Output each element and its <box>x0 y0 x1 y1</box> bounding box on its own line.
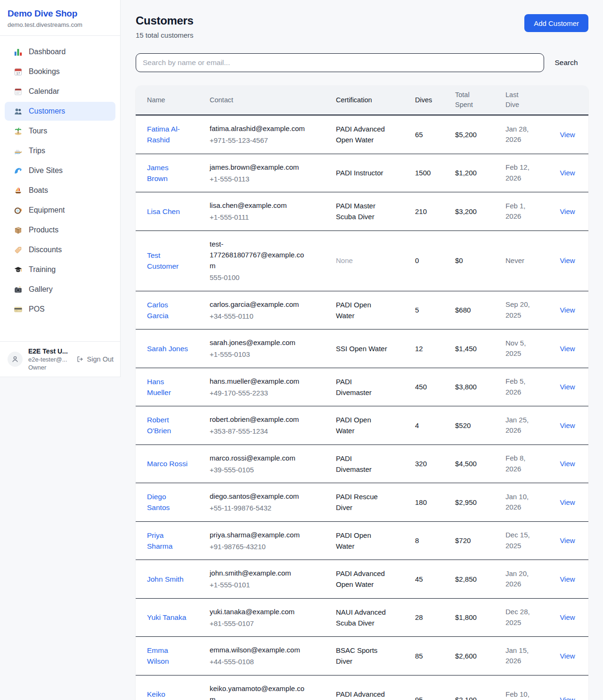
view-link[interactable]: View <box>560 574 575 585</box>
sidebar-item-boats[interactable]: Boats <box>5 181 115 200</box>
speedboat-icon <box>13 146 23 156</box>
sidebar-item-trips[interactable]: Trips <box>5 141 115 160</box>
customer-name-link[interactable]: Yuki Tanaka <box>147 612 186 623</box>
column-header-total-spent: Total Spent <box>449 85 500 115</box>
package-icon <box>13 225 23 235</box>
view-link[interactable]: View <box>560 381 575 392</box>
search-input[interactable] <box>136 53 544 72</box>
customer-name-link[interactable]: Fatima Al-Rashid <box>147 124 190 146</box>
sidebar-item-equipment[interactable]: Equipment <box>5 201 115 220</box>
customer-total-spent: $0 <box>449 231 500 291</box>
customer-email: hans.mueller@example.com <box>210 376 299 387</box>
customer-email: keiko.yamamoto@example.com <box>210 683 310 700</box>
customer-email: john.smith@example.com <box>210 568 291 578</box>
sidebar-item-calendar[interactable]: Calendar <box>5 82 115 101</box>
view-link[interactable]: View <box>560 612 575 623</box>
customer-last-dive: Jan 15, 2026 <box>500 637 550 675</box>
user-info: E2E Test U... e2e-tester@... Owner <box>28 347 73 371</box>
add-customer-button[interactable]: Add Customer <box>524 14 588 32</box>
sidebar-item-label: Customers <box>29 107 65 115</box>
table-row: Test Customer test-1772681807767@example… <box>136 231 588 291</box>
customer-dives: 95 <box>409 675 449 700</box>
customer-dives: 8 <box>409 522 449 560</box>
avatar <box>8 352 23 367</box>
view-link[interactable]: View <box>560 206 575 217</box>
customer-name-link[interactable]: Hans Mueller <box>147 376 190 398</box>
column-header-contact: Contact <box>204 85 330 115</box>
view-link[interactable]: View <box>560 497 575 508</box>
customer-name-link[interactable]: Sarah Jones <box>147 343 188 354</box>
sidebar-item-dive-sites[interactable]: Dive Sites <box>5 161 115 180</box>
bar-chart-icon <box>13 47 23 57</box>
sidebar-item-label: Boats <box>29 186 48 195</box>
sidebar-item-discounts[interactable]: Discounts <box>5 240 115 259</box>
customer-last-dive: Feb 12, 2026 <box>500 154 550 192</box>
customer-certification: PADI Master Scuba Diver <box>330 192 409 231</box>
customer-name-link[interactable]: Diego Santos <box>147 491 190 513</box>
customer-last-dive: Nov 5, 2025 <box>500 329 550 368</box>
table-header-row: Name Contact Certification Dives Total S… <box>136 85 588 115</box>
customer-name-link[interactable]: Robert O'Brien <box>147 414 190 436</box>
sidebar-item-dashboard[interactable]: Dashboard <box>5 42 115 61</box>
customer-name-link[interactable]: Marco Rossi <box>147 458 187 469</box>
customer-name-link[interactable]: Emma Wilson <box>147 645 190 667</box>
view-link[interactable]: View <box>560 694 575 700</box>
sidebar-item-label: Gallery <box>29 285 53 294</box>
customer-dives: 4 <box>409 406 449 445</box>
view-link[interactable]: View <box>560 255 575 266</box>
customer-dives: 65 <box>409 115 449 154</box>
sidebar-item-gallery[interactable]: Gallery <box>5 280 115 299</box>
sidebar-item-bookings[interactable]: 17 Bookings <box>5 62 115 81</box>
customer-certification: PADI Advanced Open Water <box>330 115 409 154</box>
sidebar-item-label: Products <box>29 226 58 234</box>
customer-email: marco.rossi@example.com <box>210 453 295 463</box>
customer-name-link[interactable]: Carlos Garcia <box>147 299 190 321</box>
sign-out-label: Sign Out <box>87 355 114 363</box>
view-link[interactable]: View <box>560 651 575 661</box>
view-link[interactable]: View <box>560 305 575 315</box>
customers-table: Name Contact Certification Dives Total S… <box>136 85 588 700</box>
svg-text:17: 17 <box>16 71 20 75</box>
sidebar-item-products[interactable]: Products <box>5 221 115 239</box>
customer-total-spent: $720 <box>449 522 500 560</box>
customer-name-link[interactable]: John Smith <box>147 574 184 585</box>
search-row: Search <box>136 53 588 72</box>
customer-name-link[interactable]: James Brown <box>147 162 190 184</box>
search-button[interactable]: Search <box>544 58 588 67</box>
table-row: Keiko Yamamoto keiko.yamamoto@example.co… <box>136 675 588 700</box>
table-row: Lisa Chen lisa.chen@example.com +1-555-0… <box>136 192 588 231</box>
user-name: E2E Test U... <box>28 347 73 355</box>
sidebar-item-customers[interactable]: Customers <box>5 102 115 121</box>
customer-certification: PADI Open Water <box>330 406 409 445</box>
view-link[interactable]: View <box>560 343 575 354</box>
customer-name-link[interactable]: Priya Sharma <box>147 530 190 552</box>
page-header: Customers 15 total customers Add Custome… <box>136 14 588 39</box>
customer-certification: PADI Divemaster <box>330 445 409 483</box>
person-icon <box>11 355 19 363</box>
column-header-dives: Dives <box>409 85 449 115</box>
customer-certification: PADI Advanced Open Water <box>330 560 409 598</box>
view-link[interactable]: View <box>560 420 575 431</box>
customer-phone: +39-555-0105 <box>210 464 295 475</box>
customer-total-spent: $1,800 <box>449 599 500 637</box>
customer-email: carlos.garcia@example.com <box>210 299 299 310</box>
customer-last-dive: Dec 28, 2025 <box>500 599 550 637</box>
customer-total-spent: $1,450 <box>449 329 500 368</box>
main-content: Customers 15 total customers Add Custome… <box>121 0 603 700</box>
sidebar-item-label: Tours <box>29 127 47 135</box>
column-header-actions <box>550 85 588 115</box>
customer-last-dive: Feb 10, 2026 <box>500 675 550 700</box>
sidebar-item-label: POS <box>29 305 45 313</box>
sidebar-item-tours[interactable]: Tours <box>5 122 115 140</box>
customer-name-link[interactable]: Lisa Chen <box>147 206 180 217</box>
view-link[interactable]: View <box>560 535 575 546</box>
sidebar-item-pos[interactable]: POS <box>5 300 115 319</box>
view-link[interactable]: View <box>560 458 575 469</box>
customer-name-link[interactable]: Test Customer <box>147 250 190 272</box>
sidebar-item-label: Trips <box>29 147 45 155</box>
view-link[interactable]: View <box>560 129 575 140</box>
customer-name-link[interactable]: Keiko Yamamoto <box>147 689 190 700</box>
sign-out-button[interactable]: Sign Out <box>76 355 114 363</box>
view-link[interactable]: View <box>560 167 575 178</box>
sidebar-item-training[interactable]: Training <box>5 260 115 279</box>
